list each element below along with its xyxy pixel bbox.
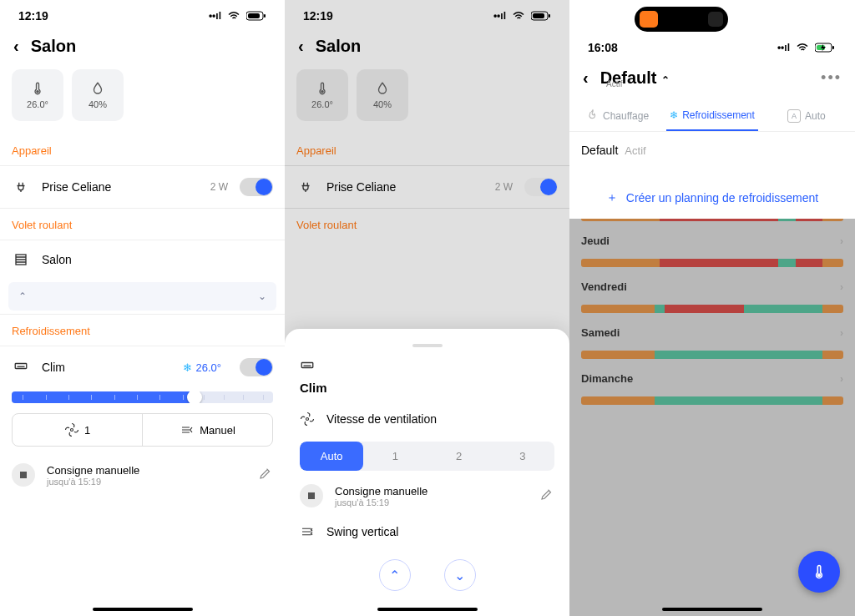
back-icon[interactable]: ‹	[583, 68, 589, 88]
clim-toggle[interactable]	[240, 358, 273, 376]
default-state: Actif	[625, 144, 645, 157]
signal-icon: ••ıl	[209, 10, 221, 22]
fan-speed-segment: Auto 1 2 3	[300, 442, 554, 471]
metrics: 26.0° 40%	[0, 69, 285, 134]
svg-rect-5	[15, 364, 27, 369]
slider-thumb[interactable]	[187, 391, 202, 403]
temperature-card[interactable]: 26.0°	[296, 69, 348, 121]
row-clim[interactable]: Clim ❄ 26.0°	[0, 346, 285, 388]
more-icon[interactable]: •••	[821, 69, 842, 87]
sheet-grabber[interactable]	[412, 344, 443, 347]
flame-icon	[587, 109, 599, 123]
prise-label: Prise Celiane	[326, 180, 483, 194]
chevron-up-icon: ⌃	[18, 290, 27, 302]
default-label: Default	[581, 144, 618, 157]
fan-sheet: Clim Vitesse de ventilation Auto 1 2 3 C…	[285, 329, 569, 616]
row-prise[interactable]: Prise Celiane 2 W	[0, 166, 285, 208]
speed-auto[interactable]: Auto	[300, 442, 363, 471]
plus-icon: ＋	[606, 190, 618, 205]
plug-icon	[296, 179, 315, 194]
fan-speed-row: Vitesse de ventilation	[285, 400, 569, 438]
edit-icon[interactable]	[258, 466, 273, 484]
home-indicator[interactable]	[93, 608, 193, 611]
header: ‹ Salon	[0, 28, 285, 69]
chevron-up-icon: ⌃	[658, 74, 669, 86]
section-appareil: Appareil	[0, 134, 285, 165]
stop-button[interactable]	[12, 463, 35, 487]
row-volet[interactable]: Salon	[0, 240, 285, 279]
metrics: 26.0° 40%	[285, 69, 569, 134]
swing-icon	[300, 524, 315, 539]
wifi-icon	[226, 8, 241, 23]
speed-1[interactable]: 1	[363, 442, 427, 471]
volet-label: Salon	[42, 253, 273, 266]
status-icons: ••ıl	[493, 8, 551, 23]
back-icon[interactable]: ‹	[298, 37, 304, 56]
fan-mode-segment: 1 Manuel	[12, 413, 273, 447]
manual-mode-button[interactable]: Manuel	[142, 414, 272, 446]
tab-heating[interactable]: Chauffage	[574, 100, 661, 131]
section-volet: Volet roulant	[0, 209, 285, 240]
fan-speed-label: Vitesse de ventilation	[326, 412, 437, 426]
screen-salon-sheet: 12:19 ••ıl ‹ Salon 26.0° 40% Appareil Pr…	[285, 0, 569, 616]
status-bar: 12:19 ••ıl	[285, 0, 569, 28]
consigne-title: Consigne manuelle	[335, 485, 528, 497]
create-schedule-button[interactable]: ＋ Créer un planning de refroidissement	[576, 177, 848, 219]
clim-label: Clim	[42, 361, 171, 374]
fan-icon	[300, 412, 315, 427]
tab-auto[interactable]: A Auto	[763, 100, 850, 131]
swing-label: Swing vertical	[326, 525, 398, 538]
snowflake-icon: ❄	[670, 109, 678, 121]
svg-rect-1	[248, 13, 260, 18]
temp-slider[interactable]	[0, 388, 285, 413]
signal-icon: ••ıl	[493, 10, 506, 22]
dynamic-island[interactable]	[635, 7, 728, 32]
home-indicator[interactable]	[377, 608, 478, 611]
volet-expand[interactable]: ⌃ ⌄	[8, 282, 276, 311]
section-appareil: Appareil	[285, 134, 569, 165]
default-schedule-row[interactable]: Default Actif	[569, 132, 855, 169]
consigne-until: jusqu'à 15:19	[47, 477, 246, 487]
section-refroidissement: Refroidissement	[0, 315, 285, 346]
speed-2[interactable]: 2	[428, 442, 491, 471]
status-bar: 12:19 ••ıl	[0, 0, 285, 28]
humidity-card[interactable]: 40%	[72, 69, 124, 121]
wifi-icon	[511, 8, 526, 23]
shutter-icon	[12, 252, 30, 267]
swing-row: Swing vertical	[285, 512, 569, 551]
edit-icon[interactable]	[539, 487, 554, 505]
auto-icon: A	[787, 109, 801, 123]
thermometer-icon	[315, 81, 330, 96]
prise-watt: 2 W	[495, 181, 513, 193]
prise-toggle[interactable]	[524, 178, 558, 196]
status-icons: ••ıl	[777, 40, 837, 55]
home-indicator[interactable]	[662, 608, 762, 611]
droplet-icon	[90, 81, 105, 96]
stop-button[interactable]	[300, 484, 323, 507]
swing-down-button[interactable]: ⌄	[444, 559, 476, 591]
prise-toggle[interactable]	[240, 178, 273, 196]
svg-rect-2	[264, 14, 266, 18]
fan-speed-button[interactable]: 1	[13, 414, 142, 446]
ac-icon	[12, 360, 30, 375]
prise-watt: 2 W	[210, 181, 228, 193]
svg-point-3	[37, 91, 38, 93]
back-icon[interactable]: ‹	[13, 37, 19, 56]
fab-thermometer[interactable]	[798, 551, 840, 593]
consigne-title: Consigne manuelle	[47, 464, 246, 477]
chevron-down-icon: ⌄	[258, 290, 266, 302]
temperature-value: 26.0°	[27, 99, 48, 109]
tab-cooling[interactable]: ❄ Refroidissement	[666, 100, 758, 131]
temperature-card[interactable]: 26.0°	[12, 69, 63, 121]
plug-icon	[12, 179, 30, 194]
svg-point-12	[306, 418, 309, 421]
thermometer-icon	[30, 81, 45, 96]
clock: 16:08	[588, 41, 618, 54]
swing-up-button[interactable]: ⌃	[379, 559, 411, 591]
svg-rect-8	[533, 13, 544, 18]
clim-setpoint: ❄ 26.0°	[183, 361, 221, 374]
manual-icon	[180, 422, 195, 437]
speed-3[interactable]: 3	[491, 442, 554, 471]
row-prise[interactable]: Prise Celiane 2 W	[285, 166, 569, 208]
humidity-card[interactable]: 40%	[357, 69, 408, 121]
